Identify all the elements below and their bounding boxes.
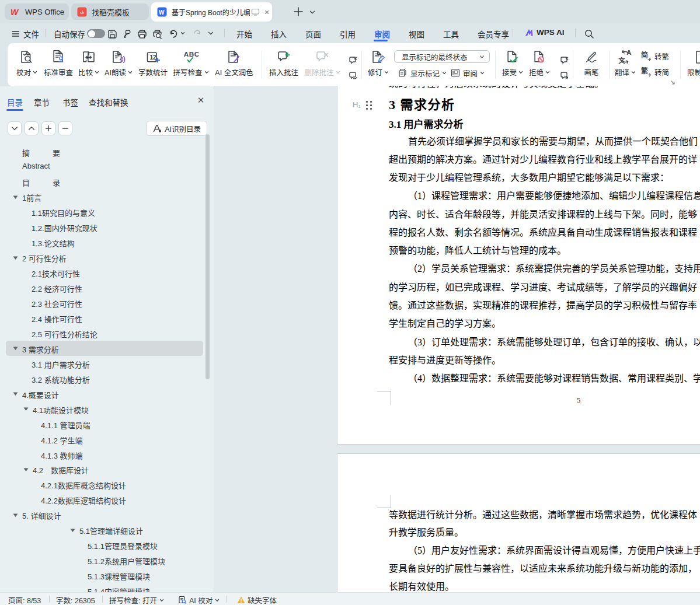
toc-item[interactable]: 4.2.1数据库概念结构设计 bbox=[0, 477, 214, 492]
search-icon[interactable] bbox=[584, 29, 594, 39]
file-menu[interactable]: 文件 bbox=[23, 28, 39, 40]
menu-tab-home[interactable]: 开始 bbox=[236, 28, 252, 40]
page-indicator[interactable]: 页面: 8/53 bbox=[8, 594, 41, 605]
tab-current-document[interactable]: W 基于Spring Boot的少儿编程 × bbox=[151, 2, 272, 22]
ribbon-proofread-button[interactable]: 校对 bbox=[12, 49, 41, 82]
simplified-to-traditional-button[interactable]: 简转繁 bbox=[640, 50, 669, 62]
toc-item[interactable]: 4.概要设计 bbox=[0, 386, 214, 401]
ribbon-insert-comment-button[interactable]: 插入批注 bbox=[266, 49, 302, 82]
toc-item[interactable]: 4.2 数据库设计 bbox=[0, 462, 214, 477]
toc-item[interactable]: 4.1.3 教师端 bbox=[0, 447, 214, 462]
ribbon-track-changes-button[interactable]: 修订 bbox=[365, 49, 391, 82]
toc-item[interactable]: 5.1.3课程管理模块 bbox=[0, 568, 214, 583]
menu-tab-tools[interactable]: 工具 bbox=[443, 28, 459, 40]
autosave-toggle[interactable] bbox=[87, 29, 105, 38]
toc-item[interactable]: 目 录 bbox=[0, 174, 214, 190]
show-marks-menu[interactable]: 显示标记 bbox=[398, 67, 447, 79]
collapse-arrow-icon[interactable] bbox=[13, 346, 18, 351]
toc-item[interactable]: 4.1.2 学生端 bbox=[0, 432, 214, 447]
ribbon-ai-read-button[interactable]: AI朗读 bbox=[102, 49, 135, 82]
document-page-6[interactable]: 等数据进行统计分析。通过这些数据，清晰掌握市场需求趋势，优化课程体 升教学服务质… bbox=[337, 453, 700, 592]
ribbon-restrict-edit-button[interactable]: 限制编辑 bbox=[684, 49, 700, 82]
undo-icon[interactable] bbox=[169, 29, 179, 39]
panel-tab-bookmarks[interactable]: 书签 bbox=[62, 96, 78, 108]
ribbon-delete-comment-button[interactable]: 删除批注 bbox=[302, 49, 343, 82]
toc-item[interactable]: 5.1管理端详细设计 bbox=[0, 523, 214, 538]
new-tab-button[interactable] bbox=[292, 5, 305, 18]
next-heading-button[interactable] bbox=[8, 121, 22, 135]
collapse-arrow-icon[interactable] bbox=[23, 407, 29, 411]
close-pane-icon[interactable]: ✕ bbox=[195, 95, 207, 106]
expand-all-button[interactable] bbox=[41, 121, 55, 135]
collapse-all-button[interactable] bbox=[58, 121, 72, 135]
toc-item[interactable]: 2.1技术可行性 bbox=[0, 265, 214, 281]
menu-tab-insert[interactable]: 插入 bbox=[271, 28, 287, 40]
panel-tab-chapters[interactable]: 章节 bbox=[34, 96, 50, 108]
previous-comment-button[interactable] bbox=[346, 53, 360, 67]
toc-item[interactable]: 2.5 可行性分析结论 bbox=[0, 326, 214, 341]
toc-item[interactable]: 5.1.1管理员登录模块 bbox=[0, 538, 214, 553]
wps-ai-menu[interactable]: WPS AI bbox=[537, 28, 565, 37]
previous-revision-button[interactable] bbox=[557, 53, 571, 67]
menu-tab-view[interactable]: 视图 bbox=[409, 28, 424, 40]
toc-item[interactable]: 1.2.国内外研究现状 bbox=[0, 220, 214, 235]
ribbon-brush-button[interactable]: 画笔 bbox=[579, 49, 604, 82]
collapse-arrow-icon[interactable] bbox=[23, 467, 29, 472]
next-comment-button[interactable] bbox=[346, 68, 360, 82]
menu-tab-page[interactable]: 页面 bbox=[305, 28, 321, 40]
panel-tab-toc[interactable]: 目录 bbox=[7, 96, 23, 108]
toc-item[interactable]: 3.2 系统功能分析 bbox=[0, 371, 214, 386]
review-menu[interactable]: 审阅 bbox=[450, 67, 485, 79]
toc-item[interactable]: 5. 详细设计 bbox=[0, 508, 214, 523]
menu-tab-member[interactable]: 会员专享 bbox=[478, 28, 509, 40]
traditional-to-simplified-button[interactable]: 繁转简 bbox=[640, 66, 669, 78]
ribbon-spell-check-button[interactable]: ABC拼写检查 bbox=[170, 49, 211, 82]
ribbon-expand-icon[interactable] bbox=[670, 80, 675, 85]
collapse-arrow-icon[interactable] bbox=[13, 256, 18, 260]
tab-wps-office[interactable]: W WPS Office bbox=[5, 4, 69, 20]
ribbon-word-count-button[interactable]: 12字数统计 bbox=[137, 49, 169, 82]
collapse-arrow-icon[interactable] bbox=[70, 528, 75, 533]
spell-check-status[interactable]: 拼写检查: 打开 bbox=[109, 594, 164, 605]
toc-item[interactable]: 4.2.2数据库逻辑结构设计 bbox=[0, 492, 214, 508]
ai-recognize-toc-button[interactable]: AI识别目录 bbox=[146, 121, 207, 136]
save-icon[interactable] bbox=[107, 29, 118, 40]
menu-tab-review[interactable]: 审阅 bbox=[374, 28, 390, 40]
collapse-arrow-icon[interactable] bbox=[13, 391, 18, 396]
next-revision-button[interactable] bbox=[557, 68, 571, 82]
wps-ai-logo-icon[interactable] bbox=[524, 27, 534, 38]
undo-chevron-icon[interactable] bbox=[180, 31, 185, 36]
print-preview-icon[interactable] bbox=[152, 29, 163, 40]
main-menu-icon[interactable] bbox=[11, 29, 20, 39]
toc-item[interactable]: 4.1.1 管理员端 bbox=[0, 417, 214, 432]
ribbon-compare-button[interactable]: 比较 bbox=[75, 49, 103, 82]
export-pdf-icon[interactable] bbox=[122, 29, 133, 40]
marks-state-combobox[interactable]: 显示标记的最终状态 bbox=[394, 50, 490, 63]
toc-item[interactable]: 2.4 操作可行性 bbox=[0, 311, 214, 326]
ribbon-standard-review-button[interactable]: 标准审查 bbox=[41, 49, 75, 82]
menu-tab-reference[interactable]: 引用 bbox=[340, 28, 356, 40]
collapse-arrow-icon[interactable] bbox=[13, 195, 18, 200]
ribbon-translate-button[interactable]: 文A翻译 bbox=[612, 49, 639, 82]
toc-item[interactable]: 4.1功能设计模块 bbox=[0, 401, 214, 417]
ribbon-ai-polish-button[interactable]: AI 全文润色 bbox=[211, 49, 257, 82]
toc-item[interactable]: 1.3.论文结构 bbox=[0, 235, 214, 250]
toc-item[interactable]: 2 可行性分析 bbox=[0, 250, 214, 265]
redo-chevron-icon[interactable] bbox=[208, 30, 214, 36]
toc-item[interactable]: 2.2 经济可行性 bbox=[0, 281, 214, 296]
toc-item[interactable]: 摘 要 bbox=[0, 144, 214, 159]
toc-item[interactable]: 3 需求分析 bbox=[0, 341, 214, 356]
word-count-indicator[interactable]: 字数: 26305 bbox=[56, 594, 95, 605]
toc-item[interactable]: 3.1 用户需求分析 bbox=[0, 356, 214, 371]
missing-font-warning[interactable]: 缺失字体 bbox=[237, 594, 277, 605]
panel-tab-find-replace[interactable]: 查找和替换 bbox=[89, 96, 128, 108]
ai-proofread-status[interactable]: AI 校对 bbox=[178, 594, 220, 605]
toc-item[interactable]: Abstract bbox=[0, 159, 214, 174]
collapse-arrow-icon[interactable] bbox=[13, 513, 18, 517]
tab-docer-templates[interactable]: 找稻壳模板 bbox=[71, 4, 149, 20]
close-tab-icon[interactable]: × bbox=[264, 8, 269, 17]
document-page-5[interactable]: 统的可行性，为后续系统的设计与实现奠定了基础。 H₁ 3 需求分析 3.1 用户… bbox=[337, 86, 700, 445]
tab-list-chevron-icon[interactable] bbox=[309, 9, 315, 15]
sidebar-scrollbar[interactable] bbox=[206, 134, 210, 379]
toc-item[interactable]: 1.1研究目的与意义 bbox=[0, 205, 214, 220]
